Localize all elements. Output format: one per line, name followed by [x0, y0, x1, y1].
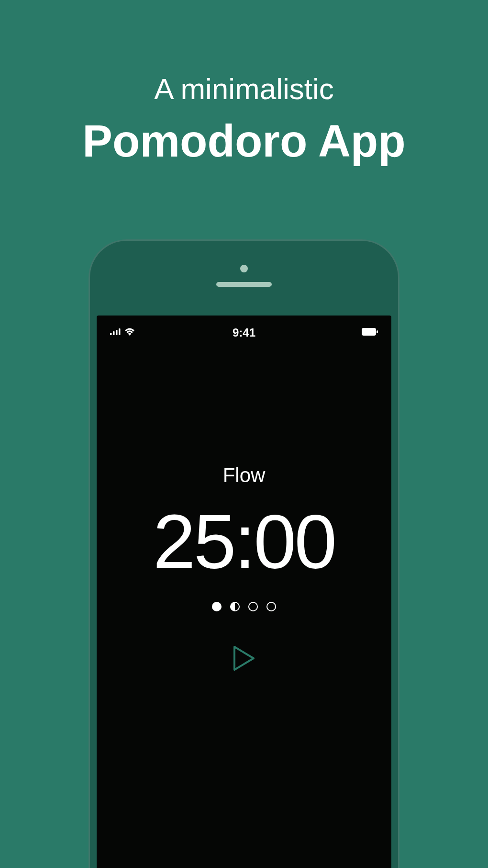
session-dot-3	[248, 602, 258, 611]
status-left-group	[110, 328, 135, 338]
battery-icon	[362, 328, 378, 338]
session-dot-2	[230, 602, 240, 611]
status-bar: 9:41	[97, 316, 391, 338]
marketing-header: A minimalistic Pomodoro App	[0, 0, 488, 167]
cellular-signal-icon	[110, 328, 121, 337]
session-dot-4	[266, 602, 276, 611]
subtitle-text: A minimalistic	[0, 72, 488, 106]
svg-rect-4	[362, 328, 376, 336]
play-icon	[233, 645, 255, 674]
session-pagination	[97, 602, 391, 611]
session-dot-1	[212, 602, 222, 611]
svg-rect-1	[113, 331, 115, 335]
title-text: Pomodoro App	[0, 115, 488, 167]
phone-camera-dot	[240, 265, 248, 272]
phone-speaker-slot	[216, 282, 272, 287]
svg-rect-0	[110, 333, 112, 335]
session-label: Flow	[97, 464, 391, 487]
status-bar-time: 9:41	[233, 326, 255, 339]
play-button[interactable]	[97, 645, 391, 674]
status-right-group	[362, 328, 378, 338]
svg-rect-5	[377, 330, 378, 333]
phone-frame: 9:41 Flow 25:00	[89, 239, 399, 868]
phone-screen: 9:41 Flow 25:00	[97, 316, 391, 868]
timer-content: Flow 25:00	[97, 464, 391, 674]
timer-display: 25:00	[97, 501, 391, 582]
svg-rect-3	[119, 328, 121, 335]
svg-rect-2	[116, 330, 118, 335]
wifi-icon	[124, 328, 135, 338]
